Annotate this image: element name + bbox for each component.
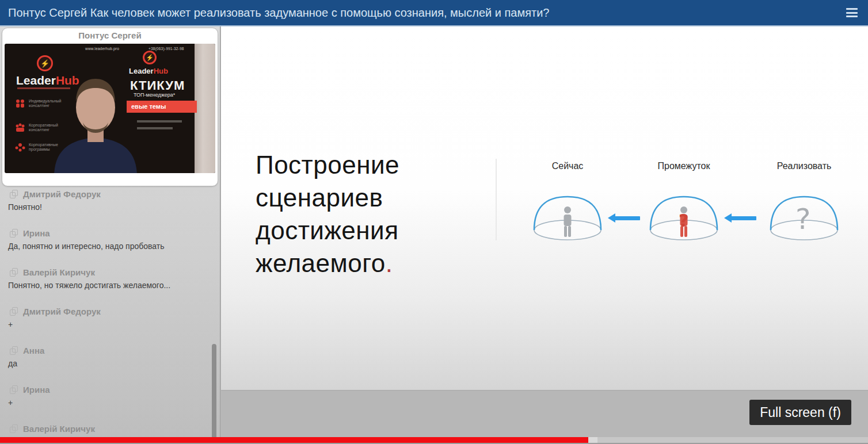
- speaker-portrait: [38, 72, 153, 173]
- copy-icon[interactable]: [10, 307, 18, 316]
- chat-panel: Дмитрий Федорук Понятно! Ирина Да, понят…: [0, 188, 220, 444]
- copy-icon[interactable]: [10, 346, 18, 355]
- progress-fill: [0, 437, 588, 443]
- copy-icon[interactable]: [10, 385, 18, 394]
- divider: [496, 159, 497, 240]
- chat-text: +: [0, 319, 220, 330]
- header-bar: Понтус Сергей Как человек может реализов…: [0, 0, 868, 26]
- programs-icon: [15, 143, 25, 152]
- arrow-left-icon: [731, 216, 756, 220]
- consulting-icon: [15, 99, 25, 108]
- chat-author: Валерій Киричук: [23, 424, 95, 434]
- chat-author: Ирина: [23, 228, 50, 238]
- chat-text: Понятно!: [0, 202, 220, 212]
- webinar-player: Понтус Сергей Как человек может реализов…: [0, 0, 868, 444]
- copy-icon[interactable]: [10, 424, 18, 433]
- progress-bar[interactable]: [0, 437, 868, 443]
- slide-surface: Построение сценариев достижения желаемог…: [221, 26, 868, 391]
- corporate-icon: [15, 123, 25, 132]
- question-icon: ?: [795, 202, 811, 236]
- sidebar: Понтус Сергей www.leaderhub.pro +38(063)…: [0, 26, 220, 444]
- chat-author: Ирина: [23, 385, 50, 395]
- speaker-name: Понтус Сергей: [2, 28, 218, 43]
- speaker-video-card: Понтус Сергей www.leaderhub.pro +38(063)…: [2, 28, 218, 186]
- chat-message: Анна да: [0, 345, 220, 369]
- stage-label-now: Сейчас: [521, 161, 614, 171]
- chat-author: Валерій Киричук: [23, 267, 95, 277]
- chat-author: Анна: [23, 346, 44, 355]
- copy-icon[interactable]: [10, 268, 18, 277]
- speaker-video-frame[interactable]: www.leaderhub.pro +38(063)-991-32-98 ⚡ L…: [5, 44, 215, 173]
- copy-icon[interactable]: [10, 190, 18, 198]
- chat-scrollbar[interactable]: [212, 344, 216, 441]
- banner-site-text: www.leaderhub.pro: [85, 47, 119, 51]
- leaderhub-logo-icon-right: ⚡: [143, 51, 157, 64]
- copy-icon[interactable]: [10, 229, 18, 238]
- question-overlay-icon: ?: [679, 210, 688, 231]
- progress-buffer: [588, 437, 597, 443]
- banner-phone-text: +38(063)-991-32-98: [149, 47, 184, 51]
- hamburger-menu-icon[interactable]: [846, 8, 858, 17]
- title-period: .: [386, 249, 393, 277]
- stage-label-goal: Реализовать: [758, 161, 850, 171]
- leaderhub-logo-icon: ⚡: [37, 55, 53, 71]
- slide-title: Построение сценариев достижения желаемог…: [256, 148, 399, 280]
- chat-text: Да, понятно и интересно, надо пробовать: [0, 241, 220, 251]
- page-title: Понтус Сергей Как человек может реализов…: [0, 6, 846, 20]
- chat-message: Ирина Да, понятно и интересно, надо проб…: [0, 227, 220, 251]
- fullscreen-button[interactable]: Full screen (f): [749, 400, 851, 425]
- chat-text: Понятно, но тяжело достигать желаемого..…: [0, 280, 220, 290]
- chat-text: +: [0, 397, 220, 408]
- chat-author: Дмитрий Федорук: [23, 307, 101, 316]
- chat-author: Дмитрий Федорук: [23, 189, 101, 199]
- chat-message: Дмитрий Федорук +: [0, 305, 220, 330]
- chat-message: Ирина +: [0, 384, 220, 408]
- wall-background: [195, 44, 215, 173]
- chat-text: да: [0, 358, 220, 369]
- chat-message: Валерій Киричук Понятно, но тяжело дости…: [0, 266, 220, 290]
- chat-message: Дмитрий Федорук Понятно!: [0, 188, 220, 212]
- person-icon: [560, 206, 575, 238]
- stage-label-middle: Промежуток: [638, 161, 730, 171]
- arrow-left-icon: [615, 216, 640, 220]
